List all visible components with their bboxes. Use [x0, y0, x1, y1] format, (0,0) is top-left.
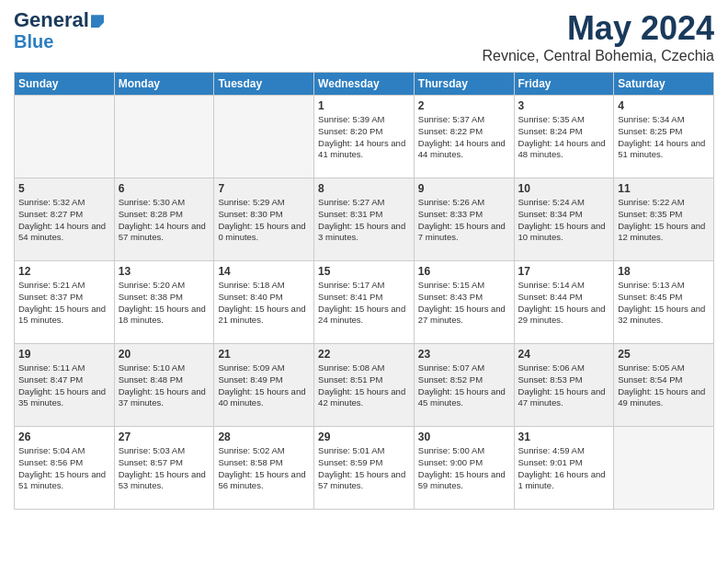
col-header-friday: Friday	[514, 73, 614, 96]
location-text: Revnice, Central Bohemia, Czechia	[482, 48, 714, 64]
day-number: 23	[418, 348, 510, 361]
day-content: Sunrise: 5:04 AMSunset: 8:56 PMDaylight:…	[18, 445, 110, 492]
day-cell: 9Sunrise: 5:26 AMSunset: 8:33 PMDaylight…	[414, 178, 514, 261]
day-cell: 2Sunrise: 5:37 AMSunset: 8:22 PMDaylight…	[414, 96, 514, 178]
day-cell	[114, 96, 214, 178]
day-number: 8	[318, 182, 410, 195]
day-number: 6	[119, 182, 210, 195]
col-header-monday: Monday	[114, 73, 214, 96]
day-number: 26	[18, 431, 110, 443]
day-content: Sunrise: 5:35 AMSunset: 8:24 PMDaylight:…	[518, 114, 610, 161]
day-cell: 26Sunrise: 5:04 AMSunset: 8:56 PMDayligh…	[15, 427, 115, 510]
day-cell: 11Sunrise: 5:22 AMSunset: 8:35 PMDayligh…	[614, 178, 714, 261]
day-content: Sunrise: 5:10 AMSunset: 8:48 PMDaylight:…	[119, 362, 210, 409]
day-content: Sunrise: 5:14 AMSunset: 8:44 PMDaylight:…	[518, 280, 610, 327]
day-content: Sunrise: 5:34 AMSunset: 8:25 PMDaylight:…	[618, 114, 710, 161]
day-content: Sunrise: 5:21 AMSunset: 8:37 PMDaylight:…	[18, 280, 110, 327]
day-cell: 18Sunrise: 5:13 AMSunset: 8:45 PMDayligh…	[614, 261, 714, 344]
day-number: 20	[119, 348, 210, 361]
day-number: 30	[418, 431, 510, 443]
day-content: Sunrise: 5:09 AMSunset: 8:49 PMDaylight:…	[218, 362, 310, 409]
day-cell	[614, 427, 714, 510]
day-number: 1	[318, 99, 410, 112]
day-cell	[15, 96, 115, 178]
week-row-2: 5Sunrise: 5:32 AMSunset: 8:27 PMDaylight…	[15, 178, 714, 261]
day-number: 15	[318, 265, 410, 278]
day-cell: 10Sunrise: 5:24 AMSunset: 8:34 PMDayligh…	[514, 178, 614, 261]
day-number: 19	[18, 348, 110, 361]
day-number: 27	[119, 431, 210, 443]
day-number: 11	[618, 182, 710, 195]
calendar-header-row: SundayMondayTuesdayWednesdayThursdayFrid…	[15, 73, 714, 96]
day-content: Sunrise: 5:20 AMSunset: 8:38 PMDaylight:…	[119, 280, 210, 327]
calendar-table: SundayMondayTuesdayWednesdayThursdayFrid…	[14, 72, 714, 510]
day-content: Sunrise: 5:13 AMSunset: 8:45 PMDaylight:…	[618, 280, 710, 327]
day-number: 14	[218, 265, 310, 278]
col-header-saturday: Saturday	[614, 73, 714, 96]
day-cell: 30Sunrise: 5:00 AMSunset: 9:00 PMDayligh…	[414, 427, 514, 510]
day-cell: 8Sunrise: 5:27 AMSunset: 8:31 PMDaylight…	[314, 178, 415, 261]
logo-icon	[91, 15, 104, 28]
day-cell: 23Sunrise: 5:07 AMSunset: 8:52 PMDayligh…	[414, 344, 514, 427]
day-content: Sunrise: 5:27 AMSunset: 8:31 PMDaylight:…	[318, 197, 410, 244]
day-number: 21	[218, 348, 310, 361]
day-number: 18	[618, 265, 710, 278]
day-cell: 14Sunrise: 5:18 AMSunset: 8:40 PMDayligh…	[214, 261, 314, 344]
title-area: May 2024 Revnice, Central Bohemia, Czech…	[482, 9, 714, 64]
day-number: 5	[18, 182, 110, 195]
day-cell: 7Sunrise: 5:29 AMSunset: 8:30 PMDaylight…	[214, 178, 314, 261]
day-content: Sunrise: 5:07 AMSunset: 8:52 PMDaylight:…	[418, 362, 510, 409]
day-number: 29	[318, 431, 410, 443]
day-number: 7	[218, 182, 310, 195]
day-cell: 29Sunrise: 5:01 AMSunset: 8:59 PMDayligh…	[314, 427, 415, 510]
day-content: Sunrise: 5:29 AMSunset: 8:30 PMDaylight:…	[218, 197, 310, 244]
day-content: Sunrise: 5:24 AMSunset: 8:34 PMDaylight:…	[518, 197, 610, 244]
day-number: 3	[518, 99, 610, 112]
day-cell: 12Sunrise: 5:21 AMSunset: 8:37 PMDayligh…	[15, 261, 115, 344]
week-row-4: 19Sunrise: 5:11 AMSunset: 8:47 PMDayligh…	[15, 344, 714, 427]
day-cell: 1Sunrise: 5:39 AMSunset: 8:20 PMDaylight…	[314, 96, 415, 178]
day-cell: 25Sunrise: 5:05 AMSunset: 8:54 PMDayligh…	[614, 344, 714, 427]
day-content: Sunrise: 5:06 AMSunset: 8:53 PMDaylight:…	[518, 362, 610, 409]
day-cell: 28Sunrise: 5:02 AMSunset: 8:58 PMDayligh…	[214, 427, 314, 510]
month-year-title: May 2024	[482, 9, 714, 48]
day-number: 22	[318, 348, 410, 361]
day-content: Sunrise: 5:30 AMSunset: 8:28 PMDaylight:…	[119, 197, 210, 244]
day-content: Sunrise: 5:15 AMSunset: 8:43 PMDaylight:…	[418, 280, 510, 327]
day-content: Sunrise: 5:00 AMSunset: 9:00 PMDaylight:…	[418, 445, 510, 492]
day-cell: 31Sunrise: 4:59 AMSunset: 9:01 PMDayligh…	[514, 427, 614, 510]
day-number: 16	[418, 265, 510, 278]
day-number: 25	[618, 348, 710, 361]
day-content: Sunrise: 5:02 AMSunset: 8:58 PMDaylight:…	[218, 445, 310, 492]
col-header-wednesday: Wednesday	[314, 73, 415, 96]
day-cell: 4Sunrise: 5:34 AMSunset: 8:25 PMDaylight…	[614, 96, 714, 178]
day-cell: 22Sunrise: 5:08 AMSunset: 8:51 PMDayligh…	[314, 344, 415, 427]
day-number: 13	[119, 265, 210, 278]
day-content: Sunrise: 5:22 AMSunset: 8:35 PMDaylight:…	[618, 197, 710, 244]
day-cell: 19Sunrise: 5:11 AMSunset: 8:47 PMDayligh…	[15, 344, 115, 427]
day-cell: 21Sunrise: 5:09 AMSunset: 8:49 PMDayligh…	[214, 344, 314, 427]
day-cell: 27Sunrise: 5:03 AMSunset: 8:57 PMDayligh…	[114, 427, 214, 510]
day-cell: 15Sunrise: 5:17 AMSunset: 8:41 PMDayligh…	[314, 261, 415, 344]
day-content: Sunrise: 5:05 AMSunset: 8:54 PMDaylight:…	[618, 362, 710, 409]
day-number: 17	[518, 265, 610, 278]
day-number: 28	[218, 431, 310, 443]
day-number: 2	[418, 99, 510, 112]
day-cell: 16Sunrise: 5:15 AMSunset: 8:43 PMDayligh…	[414, 261, 514, 344]
day-cell: 13Sunrise: 5:20 AMSunset: 8:38 PMDayligh…	[114, 261, 214, 344]
day-cell: 17Sunrise: 5:14 AMSunset: 8:44 PMDayligh…	[514, 261, 614, 344]
day-content: Sunrise: 5:08 AMSunset: 8:51 PMDaylight:…	[318, 362, 410, 409]
day-cell: 24Sunrise: 5:06 AMSunset: 8:53 PMDayligh…	[514, 344, 614, 427]
logo-text-line1: General	[14, 9, 104, 31]
header: General Blue May 2024 Revnice, Central B…	[14, 9, 714, 64]
logo-text-line2: Blue	[14, 31, 53, 52]
week-row-3: 12Sunrise: 5:21 AMSunset: 8:37 PMDayligh…	[15, 261, 714, 344]
day-cell: 5Sunrise: 5:32 AMSunset: 8:27 PMDaylight…	[15, 178, 115, 261]
day-number: 24	[518, 348, 610, 361]
day-number: 10	[518, 182, 610, 195]
day-content: Sunrise: 5:37 AMSunset: 8:22 PMDaylight:…	[418, 114, 510, 161]
day-number: 9	[418, 182, 510, 195]
day-content: Sunrise: 5:11 AMSunset: 8:47 PMDaylight:…	[18, 362, 110, 409]
week-row-1: 1Sunrise: 5:39 AMSunset: 8:20 PMDaylight…	[15, 96, 714, 178]
day-number: 31	[518, 431, 610, 443]
